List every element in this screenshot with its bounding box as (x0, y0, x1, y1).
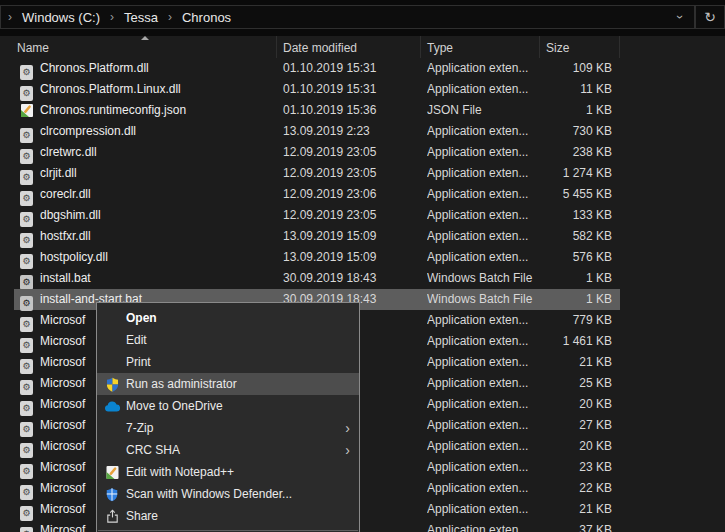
file-size: 22 KB (540, 478, 612, 499)
menu-item-7-zip[interactable]: 7-Zip› (97, 417, 359, 439)
dll-file-icon: ⚙ (20, 418, 34, 433)
file-name: Microsof (40, 457, 85, 478)
uac-shield-icon (104, 376, 120, 392)
file-name: Microsof (40, 415, 85, 436)
column-divider[interactable] (619, 36, 620, 58)
dll-file-icon: ⚙ (20, 313, 34, 328)
column-divider[interactable] (420, 36, 421, 58)
dll-file-icon: ⚙ (20, 187, 34, 202)
menu-item-open[interactable]: Open (97, 307, 359, 329)
file-name: Chronos.Platform.dll (40, 58, 149, 79)
file-row[interactable]: ⚙clrcompression.dll13.09.2019 2:23Applic… (0, 121, 725, 142)
file-date-modified: 13.09.2019 2:23 (283, 121, 370, 142)
file-size: 1 KB (540, 268, 612, 289)
menu-item-label: Edit (126, 333, 147, 347)
refresh-button[interactable]: ↻ (695, 5, 725, 29)
file-row[interactable]: ⚙hostfxr.dll13.09.2019 15:09Application … (0, 226, 725, 247)
column-header-type[interactable]: Type (421, 36, 540, 58)
menu-item-label: Print (126, 355, 151, 369)
file-name: Microsof (40, 394, 85, 415)
column-header-name[interactable]: Name (0, 36, 277, 58)
file-size: 133 KB (540, 205, 612, 226)
file-size: 25 KB (540, 373, 612, 394)
dll-file-icon: ⚙ (20, 124, 34, 139)
file-name: Microsof (40, 310, 85, 331)
breadcrumb: Windows (C:)›Tessa›Chronos (19, 10, 234, 25)
dll-file-icon: ⚙ (20, 397, 34, 412)
menu-item-share[interactable]: Share (97, 505, 359, 527)
file-row[interactable]: ⚙Chronos.Platform.Linux.dll01.10.2019 15… (0, 79, 725, 100)
submenu-chevron-icon: › (345, 443, 350, 457)
file-row[interactable]: ⚙hostpolicy.dll13.09.2019 15:09Applicati… (0, 247, 725, 268)
file-name: dbgshim.dll (40, 205, 101, 226)
menu-item-label: Scan with Windows Defender... (126, 487, 292, 501)
dll-file-icon: ⚙ (20, 250, 34, 265)
file-row[interactable]: ⚙clretwrc.dll12.09.2019 23:05Application… (0, 142, 725, 163)
column-divider[interactable] (276, 36, 277, 58)
file-size: 27 KB (540, 415, 612, 436)
dll-file-icon: ⚙ (20, 523, 34, 532)
file-name: install.bat (40, 268, 91, 289)
address-dropdown-chevron-icon[interactable]: › (666, 10, 694, 24)
menu-item-label: Move to OneDrive (126, 399, 223, 413)
address-toolbar: › Windows (C:)›Tessa›Chronos › ↻ (0, 0, 725, 36)
file-name: Microsof (40, 331, 85, 352)
file-row[interactable]: Chronos.runtimeconfig.json01.10.2019 15:… (0, 100, 725, 121)
menu-item-label: Run as administrator (126, 377, 237, 391)
file-name: clrcompression.dll (40, 121, 136, 142)
bat-file-icon: ⚙ (20, 292, 34, 307)
column-header-date-modified[interactable]: Date modified (277, 36, 421, 58)
dll-file-icon: ⚙ (20, 229, 34, 244)
breadcrumb-chevron-icon[interactable]: › (161, 10, 179, 24)
menu-item-edit-with-notepad[interactable]: Edit with Notepad++ (97, 461, 359, 483)
menu-item-crc-sha[interactable]: CRC SHA› (97, 439, 359, 461)
file-row[interactable]: ⚙clrjit.dll12.09.2019 23:05Application e… (0, 163, 725, 184)
file-type: Windows Batch File (427, 289, 537, 310)
context-menu: OpenEditPrintRun as administratorMove to… (96, 302, 360, 532)
file-row[interactable]: ⚙Chronos.Platform.dll01.10.2019 15:31App… (0, 58, 725, 79)
file-row[interactable]: ⚙dbgshim.dll12.09.2019 23:05Application … (0, 205, 725, 226)
menu-item-print[interactable]: Print (97, 351, 359, 373)
file-type: Application exten... (427, 436, 537, 457)
breadcrumb-item[interactable]: Chronos (179, 10, 234, 25)
file-type: Application exten... (427, 121, 537, 142)
file-size: 1 KB (540, 289, 612, 310)
file-type: Application exten... (427, 79, 537, 100)
menu-item-label: Edit with Notepad++ (126, 465, 234, 479)
dll-file-icon: ⚙ (20, 502, 34, 517)
bat-file-icon: ⚙ (20, 271, 34, 286)
file-size: 730 KB (540, 121, 612, 142)
menu-separator (98, 530, 358, 531)
file-name: clretwrc.dll (40, 142, 97, 163)
file-row[interactable]: ⚙install.bat30.09.2019 18:43Windows Batc… (0, 268, 725, 289)
breadcrumb-item[interactable]: Windows (C:) (19, 10, 103, 25)
file-type: Application exten... (427, 394, 537, 415)
column-divider[interactable] (539, 36, 540, 58)
menu-item-scan-with-windows-defender[interactable]: Scan with Windows Defender... (97, 483, 359, 505)
file-size: 23 KB (540, 457, 612, 478)
file-name: Microsof (40, 352, 85, 373)
file-date-modified: 12.09.2019 23:05 (283, 163, 376, 184)
file-row[interactable]: ⚙coreclr.dll12.09.2019 23:06Application … (0, 184, 725, 205)
file-size: 5 455 KB (540, 184, 612, 205)
breadcrumb-chevron-icon[interactable]: › (103, 10, 121, 24)
file-size: 238 KB (540, 142, 612, 163)
breadcrumb-root-chevron-icon[interactable]: › (1, 10, 19, 24)
menu-item-label: Share (126, 509, 158, 523)
address-bar[interactable]: › Windows (C:)›Tessa›Chronos › (0, 5, 695, 29)
menu-item-move-to-onedrive[interactable]: Move to OneDrive (97, 395, 359, 417)
json-file-icon (20, 103, 34, 118)
file-type: Application exten... (427, 520, 537, 532)
file-type: Application exten... (427, 331, 537, 352)
menu-item-edit[interactable]: Edit (97, 329, 359, 351)
dll-file-icon: ⚙ (20, 355, 34, 370)
sort-ascending-indicator (141, 36, 149, 40)
menu-item-run-as-administrator[interactable]: Run as administrator (97, 373, 359, 395)
file-type: JSON File (427, 100, 537, 121)
column-header-size[interactable]: Size (540, 36, 620, 58)
breadcrumb-item[interactable]: Tessa (121, 10, 161, 25)
file-name: Microsof (40, 499, 85, 520)
file-date-modified: 13.09.2019 15:09 (283, 247, 376, 268)
file-type: Application exten... (427, 457, 537, 478)
file-name: Chronos.runtimeconfig.json (40, 100, 186, 121)
